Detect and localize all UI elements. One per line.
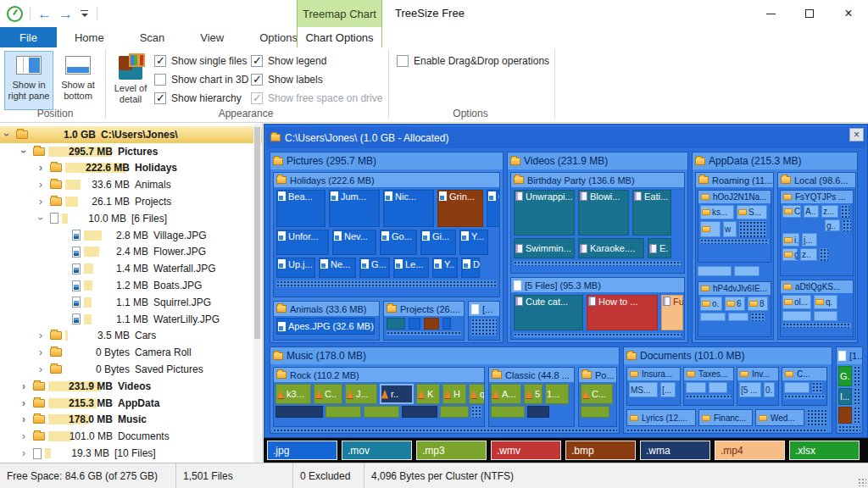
treemap-tile[interactable]: Unfor...	[276, 230, 329, 255]
treemap-tile[interactable]: Ne...	[319, 258, 356, 278]
treemap-section-music[interactable]: Music (178.0 MB) Rock (110.2 MB) k3... C…	[270, 347, 620, 434]
treemap-folder-header[interactable]: Classic (44.8 ...	[489, 368, 574, 382]
chevron-down-icon[interactable]	[22, 146, 33, 158]
tree-item[interactable]: 178.0 MB Music	[0, 412, 262, 429]
treemap-tile[interactable]: z...	[821, 205, 838, 218]
tab-chart-options[interactable]: Chart Options	[297, 27, 382, 47]
tree-item[interactable]: 1.1 MB WaterLilly.JPG	[0, 311, 262, 328]
tree-item[interactable]: 0 Bytes Camera Roll	[0, 344, 262, 361]
treemap-tile-unlabeled[interactable]	[387, 318, 405, 330]
resize-grip[interactable]	[858, 478, 866, 486]
chevron-right-icon[interactable]	[39, 162, 50, 174]
treemap-tile[interactable]: Jum...	[329, 190, 380, 227]
tab-file[interactable]: File	[0, 27, 57, 47]
treemap-section-documents[interactable]: Documents (101.0 MB) Insura... MS... [..…	[623, 347, 832, 434]
treemap-folder-header[interactable]: Roaming (11...	[696, 173, 773, 187]
treemap-tile[interactable]: J...	[345, 384, 377, 404]
treemap-tile[interactable]: [5 ...	[739, 382, 761, 397]
treemap-sub-wedding[interactable]: Wed...	[755, 409, 804, 426]
treemap-section-files[interactable]: [1... G. I...	[836, 347, 863, 434]
treemap-folder-header[interactable]: Videos (231.9 MB)	[508, 152, 687, 169]
treemap-folder-header[interactable]: Rock (110.2 MB)	[274, 368, 484, 382]
treemap-tile[interactable]: Nic...	[383, 190, 434, 227]
treemap-tile[interactable]: G.	[838, 366, 852, 386]
treemap-tile[interactable]: 8	[748, 297, 768, 311]
checkbox-show-legend[interactable]: Show legend	[251, 54, 326, 68]
treemap-folder-header[interactable]: Insura...	[627, 368, 680, 380]
treemap-folder-header[interactable]: FsYQTJPs ...	[781, 191, 853, 203]
treemap-tile[interactable]: A...	[491, 384, 521, 404]
scrollbar-thumb[interactable]	[254, 127, 260, 339]
treemap-sub-invoices[interactable]: Inv... [5 ... 0.	[737, 367, 779, 406]
treemap-sub-holidays[interactable]: Holidays (222.6 MB) Bea... Jum... Nic...…	[273, 172, 500, 297]
treemap-root-header[interactable]: C:\Users\Jones\ (1.0 GB - Allocated)	[266, 127, 865, 148]
treemap-tile[interactable]: S...	[737, 205, 767, 219]
chevron-right-icon[interactable]	[22, 430, 33, 442]
treemap-tile[interactable]: Apes.JPG (32.6 MB)	[276, 318, 375, 335]
treemap-tile[interactable]: q	[469, 384, 485, 404]
tree-item[interactable]: 2.8 MB Village.JPG	[0, 227, 262, 244]
treemap-tile-unlabeled[interactable]	[728, 313, 748, 321]
forward-arrow-icon[interactable]: →	[58, 7, 73, 21]
chevron-right-icon[interactable]	[22, 447, 33, 459]
chevron-right-icon[interactable]	[22, 413, 33, 425]
tree-item[interactable]: 101.0 MB Documents	[0, 428, 262, 445]
treemap-tile[interactable]: w	[723, 221, 737, 237]
treemap-tile-unlabeled[interactable]	[402, 406, 437, 418]
treemap-folder-header[interactable]: aDtIQgKS...	[781, 280, 853, 293]
treemap-sub-lyrics[interactable]: Lyrics (12....	[626, 409, 696, 426]
treemap-folder-header[interactable]: Documents (101.0 MB)	[624, 347, 832, 364]
treemap-tile[interactable]: MS...	[629, 382, 658, 397]
treemap-tile[interactable]: q.	[814, 295, 837, 309]
treemap-tile[interactable]: o.	[700, 297, 722, 311]
treemap-sub-projects[interactable]: Projects (26....	[383, 301, 465, 341]
tree-item[interactable]: 222.6 MB Holidays	[0, 160, 262, 177]
treemap-sub-folder[interactable]: hOoJ2N1Na... ks... S... w	[698, 190, 771, 263]
chevron-right-icon[interactable]	[39, 179, 50, 191]
back-arrow-icon[interactable]: ←	[37, 7, 52, 21]
treemap-tile[interactable]: I...	[838, 388, 852, 405]
level-of-detail-button[interactable]: Level of detail	[108, 51, 153, 110]
treemap-folder-header[interactable]: Projects (26....	[384, 302, 464, 316]
show-in-right-pane-button[interactable]: Show in right pane	[4, 51, 53, 110]
treemap-tile[interactable]: 1...	[545, 384, 569, 404]
treemap-sub-animals[interactable]: Animals (33.6 MB) Apes.JPG (32.6 MB)	[273, 301, 380, 341]
treemap-tile[interactable]: i.	[782, 233, 799, 247]
treemap-tile[interactable]: How to ...	[587, 295, 658, 330]
treemap-folder-header[interactable]: Lyrics (12....	[627, 410, 695, 425]
treemap-sub-files[interactable]: [...	[468, 301, 500, 341]
chevron-down-icon[interactable]	[5, 129, 16, 141]
treemap-folder-header[interactable]: Taxes...	[684, 368, 733, 380]
treemap-tile-unlabeled[interactable]	[734, 266, 760, 276]
treemap-tile[interactable]: Y...	[459, 230, 488, 255]
treemap-tile-unlabeled[interactable]	[409, 318, 420, 330]
treemap-tile[interactable]: Swimmin...	[514, 238, 575, 258]
treemap-tile[interactable]: G...	[359, 258, 390, 278]
treemap-files-header[interactable]: [...	[469, 302, 499, 316]
show-at-bottom-button[interactable]: Show at bottom	[54, 51, 102, 110]
treemap-tile[interactable]: C	[782, 205, 801, 218]
close-button[interactable]: ×	[829, 0, 868, 27]
treemap-tile[interactable]: 0.	[764, 382, 775, 397]
treemap-folder-header[interactable]: C...	[782, 368, 826, 380]
treemap-tile[interactable]: k3...	[275, 384, 311, 404]
treemap-sub-insurance[interactable]: Insura... MS... [...	[626, 367, 681, 406]
treemap-folder-header[interactable]: AppData (215.3 MB)	[693, 152, 857, 169]
treemap-tile-unlabeled[interactable]	[364, 406, 399, 418]
tree-item[interactable]: 2.4 MB Flower.JPG	[0, 244, 262, 261]
tree-item[interactable]: 295.7 MB Pictures	[0, 143, 262, 160]
tree-item[interactable]: 1.1 MB Squirrel.JPG	[0, 294, 262, 311]
treemap-folder-header[interactable]: Birthday Party (136.6 MB)	[511, 173, 684, 187]
treemap-tile[interactable]: Bea...	[276, 190, 326, 227]
chevron-right-icon[interactable]	[22, 380, 33, 392]
treemap-sub-rock[interactable]: Rock (110.2 MB) k3... C.. J... r.. K H q	[273, 367, 485, 427]
treemap-tile[interactable]: Cute cat...	[514, 295, 583, 330]
treemap-tile-unlabeled[interactable]	[814, 311, 837, 321]
treemap-sub-local[interactable]: Local (98.6... FsYQTJPs ... C A.. z... g…	[777, 172, 856, 340]
treemap-tile-unlabeled[interactable]	[709, 382, 727, 393]
treemap-tile[interactable]: 5	[524, 384, 542, 404]
tab-home[interactable]: Home	[57, 27, 122, 47]
chevron-down-icon[interactable]	[39, 213, 50, 225]
checkbox-enable-dragdrop[interactable]: Enable Drag&Drop operations	[397, 54, 549, 68]
treemap-sub-folder[interactable]: hP4dvJlv6IE... o. 6 8	[698, 281, 771, 337]
